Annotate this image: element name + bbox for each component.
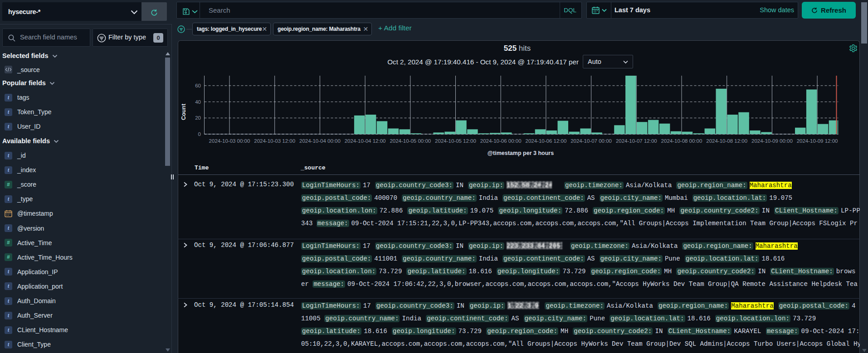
svg-text:2024-10-03 00:00: 2024-10-03 00:00 xyxy=(209,138,250,144)
svg-text:0: 0 xyxy=(198,131,201,137)
svg-text:2024-10-03 12:00: 2024-10-03 12:00 xyxy=(254,138,295,144)
svg-text:40: 40 xyxy=(195,99,201,105)
svg-text:2024-10-09 00:00: 2024-10-09 00:00 xyxy=(751,138,793,144)
svg-text:2024-10-05 00:00: 2024-10-05 00:00 xyxy=(390,138,431,144)
svg-text:2024-10-07 00:00: 2024-10-07 00:00 xyxy=(571,138,612,144)
svg-text:2024-10-06 00:00: 2024-10-06 00:00 xyxy=(480,138,522,144)
svg-text:2024-10-05 12:00: 2024-10-05 12:00 xyxy=(435,138,476,144)
svg-text:2024-10-08 12:00: 2024-10-08 12:00 xyxy=(706,138,747,144)
svg-text:20: 20 xyxy=(195,115,201,121)
svg-text:60: 60 xyxy=(195,83,201,88)
svg-text:2024-10-04 00:00: 2024-10-04 00:00 xyxy=(299,138,341,144)
svg-text:@timestamp per 3 hours: @timestamp per 3 hours xyxy=(488,150,554,156)
svg-text:2024-10-04 12:00: 2024-10-04 12:00 xyxy=(345,138,386,144)
svg-text:2024-10-09 12:00: 2024-10-09 12:00 xyxy=(797,138,838,144)
svg-text:2024-10-07 12:00: 2024-10-07 12:00 xyxy=(616,138,657,144)
svg-text:2024-10-08 00:00: 2024-10-08 00:00 xyxy=(661,138,702,144)
svg-text:2024-10-06 12:00: 2024-10-06 12:00 xyxy=(525,138,566,144)
svg-text:Count: Count xyxy=(180,103,187,120)
